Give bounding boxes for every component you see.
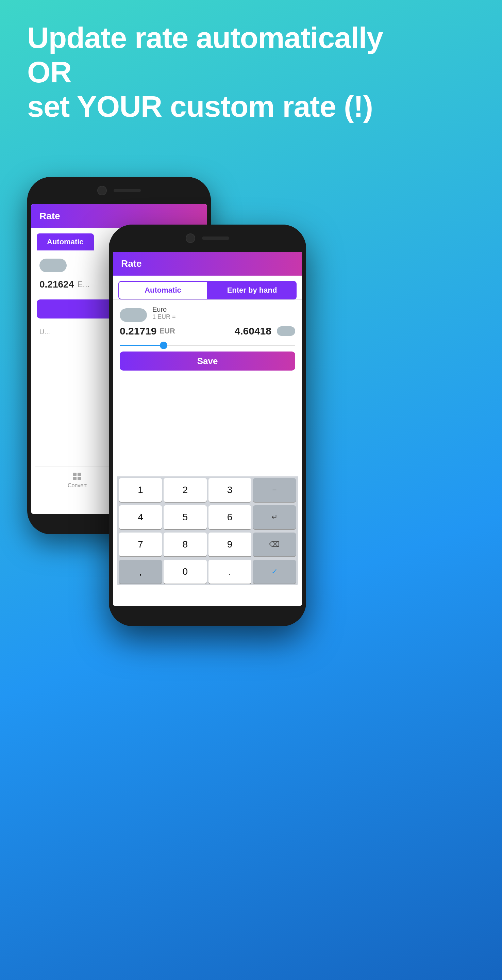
- phone-front: Rate Automatic Enter by hand Euro 1 EUR …: [109, 224, 306, 626]
- key-6[interactable]: 6: [208, 505, 251, 529]
- back-tab-automatic[interactable]: Automatic: [37, 234, 94, 250]
- camera-front: [186, 234, 195, 243]
- back-nav-convert-label: Convert: [68, 482, 87, 488]
- front-slider-row: [120, 345, 295, 346]
- svg-rect-0: [73, 473, 76, 476]
- keyboard-row-3: 7 8 9 ⌫: [117, 531, 298, 558]
- key-7[interactable]: 7: [119, 533, 162, 556]
- svg-rect-3: [78, 477, 81, 480]
- hero-line2: OR: [27, 55, 475, 89]
- front-rate-value: 0.21719: [120, 325, 156, 337]
- front-slider[interactable]: [120, 345, 295, 346]
- back-nav-convert[interactable]: Convert: [35, 466, 119, 493]
- front-toggle-small[interactable]: [277, 326, 295, 336]
- key-comma[interactable]: ,: [119, 560, 162, 584]
- key-backspace[interactable]: ⌫: [253, 533, 296, 556]
- hero-line3: set YOUR custom rate (!): [27, 89, 475, 124]
- front-rate-currency: EUR: [159, 327, 175, 336]
- back-toggle[interactable]: [40, 259, 67, 272]
- hero-line1: Update rate automatically: [27, 21, 475, 55]
- keyboard: 1 2 3 − 4 5 6 ↵ 7 8 9 ⌫ , 0 . ✓: [117, 476, 298, 585]
- back-rate-value: 0.21624: [40, 279, 74, 290]
- key-9[interactable]: 9: [208, 533, 251, 556]
- front-toggle-row: Euro 1 EUR =: [120, 305, 295, 322]
- key-enter[interactable]: ↵: [253, 505, 296, 529]
- key-4[interactable]: 4: [119, 505, 162, 529]
- front-slider-fill: [120, 345, 164, 346]
- front-header-title: Rate: [121, 258, 142, 269]
- grid-icon: [72, 472, 83, 481]
- screen-front: Rate Automatic Enter by hand Euro 1 EUR …: [113, 252, 302, 606]
- key-dot[interactable]: .: [208, 560, 251, 584]
- front-slider-thumb: [160, 342, 167, 349]
- back-rate-currency: E...: [77, 280, 89, 289]
- bottom-bar-front: [109, 606, 306, 626]
- notch-bar-front: [109, 224, 306, 252]
- key-2[interactable]: 2: [164, 478, 207, 502]
- key-minus[interactable]: −: [253, 478, 296, 502]
- back-header-title: Rate: [40, 211, 60, 221]
- front-save-button[interactable]: Save: [120, 352, 295, 371]
- tab-automatic[interactable]: Automatic: [118, 281, 208, 299]
- front-toggle[interactable]: [120, 308, 147, 322]
- key-8[interactable]: 8: [164, 533, 207, 556]
- keyboard-row-2: 4 5 6 ↵: [117, 504, 298, 531]
- svg-rect-2: [73, 477, 76, 480]
- speaker-back: [114, 189, 141, 192]
- front-rate-row: 0.21719 EUR 4.60418: [120, 325, 295, 341]
- key-confirm[interactable]: ✓: [253, 560, 296, 584]
- key-3[interactable]: 3: [208, 478, 251, 502]
- front-tab-row: Automatic Enter by hand: [113, 275, 302, 300]
- keyboard-row-4: , 0 . ✓: [117, 558, 298, 585]
- front-euro-info: Euro 1 EUR =: [153, 305, 176, 321]
- tab-enter-by-hand[interactable]: Enter by hand: [208, 281, 297, 299]
- front-header: Rate: [113, 252, 302, 275]
- keyboard-row-1: 1 2 3 −: [117, 476, 298, 504]
- notch-bar-back: [27, 177, 211, 204]
- front-content: Euro 1 EUR = 0.21719 EUR 4.60418 Save: [113, 300, 302, 379]
- key-0[interactable]: 0: [164, 560, 207, 584]
- key-1[interactable]: 1: [119, 478, 162, 502]
- front-euro-label: Euro: [153, 305, 176, 313]
- front-save-label: Save: [197, 356, 218, 366]
- speaker-front: [202, 237, 229, 240]
- key-5[interactable]: 5: [164, 505, 207, 529]
- front-euro-sub: 1 EUR =: [153, 313, 176, 321]
- svg-rect-1: [78, 473, 81, 476]
- front-rate-equals: 4.60418: [235, 325, 272, 337]
- camera-back: [97, 186, 107, 195]
- hero-text: Update rate automatically OR set YOUR cu…: [27, 21, 475, 124]
